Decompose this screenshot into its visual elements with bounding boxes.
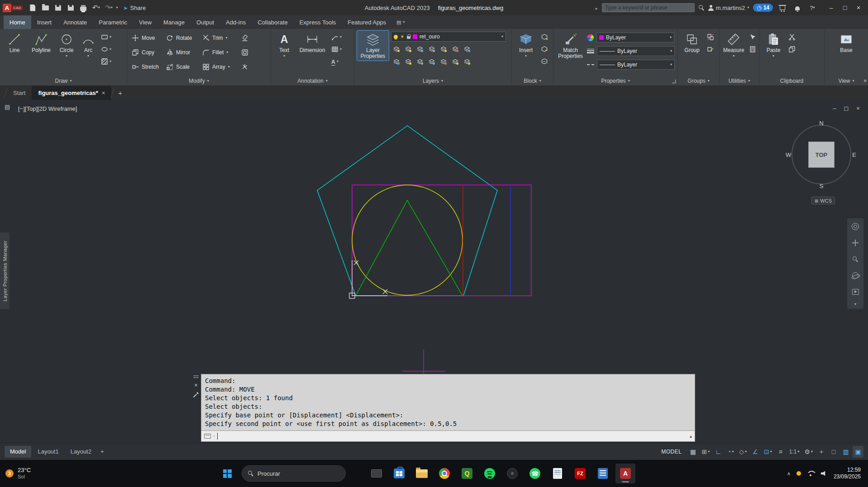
- command-close-icon[interactable]: ×: [194, 382, 198, 388]
- wcs-selector[interactable]: WCS: [811, 197, 835, 204]
- wifi-icon[interactable]: [807, 471, 815, 477]
- isodraft-icon[interactable]: ◇: [737, 446, 749, 458]
- offset-button[interactable]: [239, 45, 253, 60]
- viewport-minimize-icon[interactable]: –: [830, 104, 839, 113]
- layer-thaw-icon[interactable]: [426, 56, 437, 67]
- maximize-button[interactable]: □: [838, 2, 852, 14]
- taskbar-app-filezilla[interactable]: FZ: [570, 463, 590, 483]
- view-cube-east[interactable]: E: [852, 151, 856, 158]
- view-cube-north[interactable]: N: [819, 120, 823, 127]
- layer-on-icon[interactable]: [403, 56, 414, 67]
- dropdown-arrow-icon[interactable]: [670, 63, 672, 66]
- ribbon-tab-express-tools[interactable]: Express Tools: [294, 15, 342, 29]
- help-button[interactable]: ?: [807, 2, 818, 13]
- measure-button[interactable]: Measure: [722, 31, 745, 59]
- ribbon-tab-collaborate[interactable]: Collaborate: [252, 15, 294, 29]
- ribbon-tab-parametric[interactable]: Parametric: [93, 15, 133, 29]
- layer-properties-button[interactable]: Layer Properties: [357, 31, 389, 61]
- new-file-button[interactable]: [27, 2, 38, 13]
- layer-lock-icon[interactable]: [426, 43, 437, 54]
- layer-isolate-icon[interactable]: [403, 43, 414, 54]
- search-input[interactable]: [602, 3, 695, 12]
- fillet-button[interactable]: Fillet: [200, 45, 239, 60]
- taskbar-search[interactable]: Procurar: [242, 465, 346, 482]
- object-snap-icon[interactable]: ⊡: [762, 446, 774, 458]
- showmotion-icon[interactable]: [850, 286, 861, 297]
- polar-tracking-icon[interactable]: ◔: [725, 446, 736, 458]
- search-icon[interactable]: [699, 5, 704, 10]
- notifications-button[interactable]: [792, 2, 803, 13]
- layer-unlock-icon[interactable]: [415, 56, 425, 67]
- snap-icon[interactable]: ⊞: [700, 446, 711, 458]
- taskbar-app-editor[interactable]: [548, 463, 568, 483]
- trial-days-badge[interactable]: 14: [753, 4, 773, 12]
- dropdown-arrow-icon[interactable]: [87, 54, 89, 58]
- file-tab-start[interactable]: Start: [7, 86, 32, 100]
- linetype-combo[interactable]: ByLayer: [597, 60, 675, 70]
- quick-access-customize-icon[interactable]: [116, 6, 118, 9]
- dropdown-arrow-icon[interactable]: [226, 51, 228, 54]
- workspace-icon[interactable]: □: [828, 446, 839, 458]
- ellipse-button[interactable]: [100, 44, 113, 55]
- view-cube-west[interactable]: W: [786, 151, 791, 158]
- mirror-button[interactable]: Mirror: [164, 45, 200, 60]
- inscribed-circle[interactable]: [352, 185, 463, 295]
- model-tab[interactable]: Model: [5, 446, 31, 458]
- stretch-button[interactable]: Stretch: [130, 60, 164, 74]
- dropdown-arrow-icon[interactable]: [773, 54, 774, 58]
- redo-button[interactable]: [103, 2, 114, 13]
- annotation-monitor-icon[interactable]: ▥: [840, 446, 851, 458]
- annotation-scale-button[interactable]: 1:1: [787, 446, 801, 458]
- layer-unisolate-icon[interactable]: [391, 56, 402, 67]
- add-layout-button[interactable]: +: [97, 448, 108, 455]
- isolate-objects-icon[interactable]: ▣: [853, 446, 863, 458]
- model-space-badge[interactable]: MODEL: [661, 449, 682, 455]
- dropdown-arrow-icon[interactable]: [501, 35, 503, 38]
- move-button[interactable]: Move: [130, 31, 164, 45]
- zoom-icon[interactable]: [850, 254, 861, 265]
- tab-close-icon[interactable]: ×: [102, 90, 105, 96]
- layer-thaw-sun-icon[interactable]: [400, 33, 405, 40]
- layer-on-bulb-icon[interactable]: [394, 35, 398, 39]
- osnap-tracking-icon[interactable]: ∠: [750, 446, 761, 458]
- layer-color-swatch[interactable]: [413, 34, 417, 39]
- ribbon-tab-home[interactable]: Home: [4, 15, 31, 29]
- customization-gear-icon[interactable]: ⚙: [802, 446, 815, 458]
- crosshair-plus-icon[interactable]: +: [816, 446, 827, 458]
- dropdown-arrow-icon[interactable]: [283, 54, 285, 58]
- scale-button[interactable]: Scale: [164, 60, 200, 74]
- insert-block-button[interactable]: Insert: [515, 31, 537, 59]
- save-as-button[interactable]: [65, 2, 76, 13]
- layer-make-current-icon[interactable]: [438, 43, 449, 54]
- annotation-panel-label[interactable]: Annotation: [271, 76, 354, 85]
- command-history[interactable]: Command:Command: MOVESelect objects: 1 f…: [201, 374, 695, 431]
- minimize-button[interactable]: –: [825, 2, 838, 14]
- ribbon-tab-insert[interactable]: Insert: [31, 15, 58, 29]
- layer-off-icon[interactable]: [391, 43, 402, 54]
- ribbon-tab-output[interactable]: Output: [191, 15, 220, 29]
- group-button[interactable]: Group: [681, 31, 703, 55]
- weather-widget[interactable]: 3 23°C Sol: [5, 467, 82, 480]
- ribbon-tab-add-ins[interactable]: Add-ins: [220, 15, 252, 29]
- layer-match-icon[interactable]: [450, 43, 461, 54]
- properties-dialog-launcher-icon[interactable]: [672, 80, 676, 83]
- ribbon-tab-annotate[interactable]: Annotate: [57, 15, 93, 29]
- user-account-button[interactable]: m.martins2: [708, 5, 749, 11]
- block-panel-label[interactable]: Block: [512, 76, 553, 85]
- dropdown-arrow-icon[interactable]: [228, 65, 230, 69]
- layout2-tab[interactable]: Layout2: [65, 446, 97, 458]
- viewport-close-icon[interactable]: ×: [854, 104, 863, 113]
- line-button[interactable]: Line: [3, 31, 26, 55]
- pentagon[interactable]: [317, 126, 497, 296]
- ribbon-tab-featured-apps[interactable]: Featured Apps: [342, 15, 392, 29]
- dropdown-arrow-icon[interactable]: [66, 54, 67, 58]
- app-store-button[interactable]: [777, 2, 788, 13]
- tray-overflow-chevron-icon[interactable]: [787, 471, 791, 477]
- text-style-button[interactable]: [330, 56, 343, 67]
- close-button[interactable]: ×: [852, 2, 865, 14]
- ortho-icon[interactable]: ∟: [713, 446, 724, 458]
- new-drawing-tab-button[interactable]: +: [114, 86, 127, 100]
- ribbon-tab-view[interactable]: View: [133, 15, 157, 29]
- view-cube[interactable]: N S W E TOP: [787, 121, 855, 189]
- ribbon-tab-manage[interactable]: Manage: [157, 15, 191, 29]
